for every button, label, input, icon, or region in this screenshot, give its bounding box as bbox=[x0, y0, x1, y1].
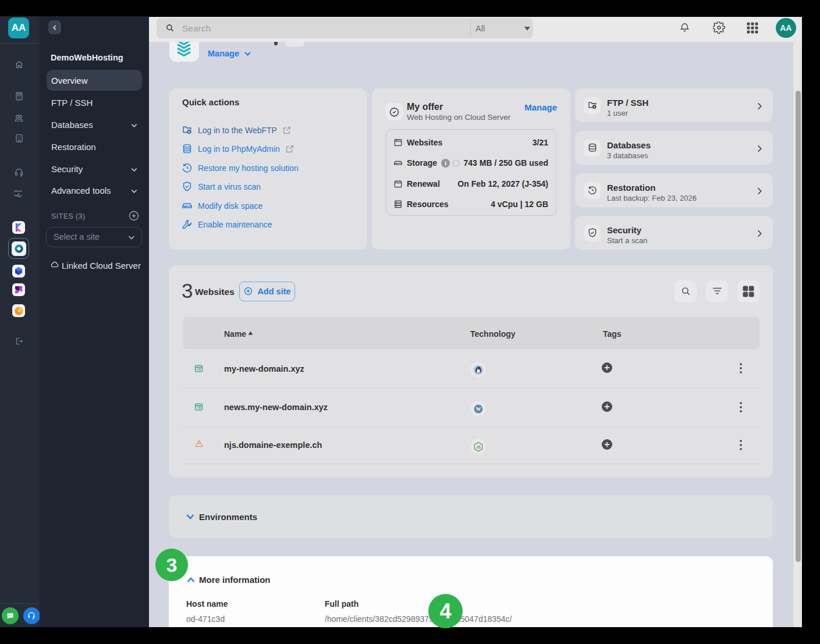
svg-text:W: W bbox=[475, 406, 481, 412]
svg-text:JS: JS bbox=[475, 444, 481, 449]
